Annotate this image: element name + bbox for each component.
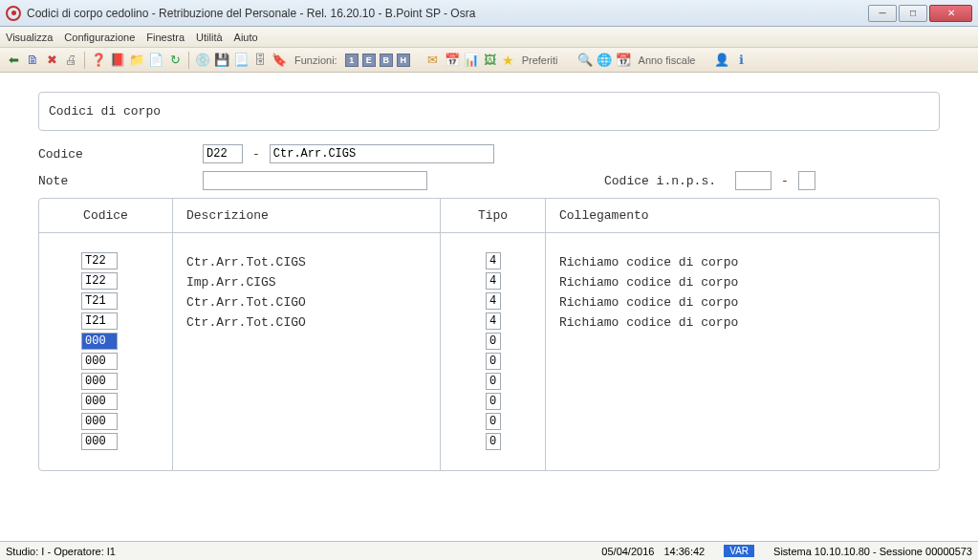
- status-time: 14:36:42: [663, 546, 705, 557]
- fn-f2-icon[interactable]: E: [362, 54, 376, 67]
- grid-col-type: Tipo: [441, 199, 546, 470]
- grid-code-cell[interactable]: [81, 292, 118, 310]
- grid-link-cell: Richiamo codice di corpo: [559, 272, 925, 292]
- status-operator: Studio: I - Operatore: I1: [6, 546, 601, 557]
- statusbar: Studio: I - Operatore: I1 05/04/2016 14:…: [0, 541, 978, 560]
- disk-icon[interactable]: 💿: [195, 53, 210, 68]
- grid-type-cell[interactable]: [486, 333, 501, 350]
- menu-aiuto[interactable]: Aiuto: [234, 32, 258, 43]
- grid-link-cell: Richiamo codice di corpo: [559, 292, 925, 312]
- fiscal-year-label[interactable]: Anno fiscale: [639, 54, 696, 66]
- window-controls: ─ □ ✕: [868, 5, 972, 22]
- grid-type-cell[interactable]: [486, 433, 501, 450]
- grid-code-cell[interactable]: [81, 333, 118, 350]
- search-icon[interactable]: 🔍: [577, 53, 593, 68]
- menu-configurazione[interactable]: Configurazione: [64, 32, 135, 43]
- grid-code-cell[interactable]: [81, 272, 118, 290]
- grid-type-cell[interactable]: [486, 272, 501, 290]
- grid-type-cell[interactable]: [486, 312, 501, 330]
- grid-type-cell[interactable]: [486, 252, 501, 269]
- mail-icon[interactable]: ✉: [425, 53, 441, 68]
- minimize-button[interactable]: ─: [868, 5, 897, 22]
- menubar: Visualizza Configurazione Finestra Utili…: [0, 27, 978, 48]
- chart-icon[interactable]: 📊: [464, 53, 479, 68]
- grid-code-cell[interactable]: [81, 353, 118, 370]
- code-desc-input[interactable]: [270, 144, 494, 163]
- grid-header-code: Codice: [39, 199, 172, 233]
- code-label: Codice: [38, 147, 203, 162]
- grid-link-cell: [559, 353, 925, 373]
- code-input[interactable]: [203, 144, 243, 163]
- fn-f3-icon[interactable]: B: [380, 54, 393, 67]
- status-session: Sistema 10.10.10.80 - Sessione 00000573: [773, 546, 972, 557]
- grid-type-cell[interactable]: [486, 413, 501, 430]
- menu-visualizza[interactable]: Visualizza: [6, 32, 53, 43]
- section-header-frame: Codici di corpo: [38, 92, 940, 131]
- globe-icon[interactable]: 🌐: [597, 53, 612, 68]
- note-input[interactable]: [203, 171, 427, 190]
- user-icon[interactable]: 👤: [714, 53, 729, 68]
- functions-label: Funzioni:: [294, 54, 337, 66]
- disk2-icon[interactable]: 💾: [214, 53, 229, 68]
- inps-suffix-input[interactable]: [798, 171, 815, 190]
- data-grid: Codice Descrizione Ctr.Arr.Tot.CIGSImp.A…: [38, 198, 940, 471]
- content-area: Codici di corpo Codice - Note Codice i.n…: [0, 73, 978, 490]
- grid-desc-cell: Ctr.Arr.Tot.CIGS: [186, 252, 426, 272]
- page-icon[interactable]: 📃: [233, 53, 249, 68]
- window-title: Codici di corpo cedolino - Retribuzione …: [27, 7, 868, 20]
- grid-link-cell: [559, 413, 925, 433]
- delete-icon[interactable]: ✖: [44, 53, 59, 68]
- code-row: Codice -: [38, 144, 940, 163]
- exit-icon[interactable]: ⬅: [6, 53, 21, 68]
- grid-col-link: Collegamento Richiamo codice di corpoRic…: [546, 199, 939, 470]
- document-icon[interactable]: 🗎: [25, 53, 40, 68]
- archive-icon[interactable]: 🗄: [252, 53, 268, 68]
- grid-type-cell[interactable]: [486, 292, 501, 310]
- status-mode-badge: VAR: [724, 545, 754, 557]
- fn-f1-icon[interactable]: 1: [345, 54, 359, 67]
- close-button[interactable]: ✕: [929, 5, 972, 22]
- grid-desc-cell: [186, 353, 426, 373]
- grid-code-cell[interactable]: [81, 373, 118, 390]
- section-title: Codici di corpo: [49, 104, 161, 118]
- grid-link-cell: Richiamo codice di corpo: [559, 252, 925, 272]
- grid-link-cell: [559, 393, 925, 413]
- help-icon[interactable]: ❓: [91, 53, 106, 68]
- calendar2-icon[interactable]: 📆: [616, 53, 631, 68]
- grid-desc-cell: [186, 333, 426, 353]
- maximize-button[interactable]: □: [899, 5, 927, 22]
- grid-code-cell[interactable]: [81, 312, 118, 330]
- app-icon: [6, 6, 21, 21]
- dash-sep: -: [252, 147, 260, 162]
- fn-f4-icon[interactable]: H: [397, 54, 410, 67]
- grid-link-cell: [559, 373, 925, 393]
- print-icon[interactable]: 🖨: [63, 53, 78, 68]
- refresh-icon[interactable]: ↻: [167, 53, 183, 68]
- grid-link-cell: Richiamo codice di corpo: [559, 312, 925, 333]
- favorites-icon[interactable]: ★: [502, 53, 514, 68]
- grid-col-code: Codice: [39, 199, 173, 470]
- image-icon[interactable]: 🖼: [483, 53, 498, 68]
- grid-header-type: Tipo: [441, 199, 545, 233]
- book-icon[interactable]: 📕: [110, 53, 125, 68]
- info-icon[interactable]: ℹ: [733, 53, 749, 68]
- grid-code-cell[interactable]: [81, 252, 118, 269]
- menu-finestra[interactable]: Finestra: [146, 32, 185, 43]
- grid-code-cell[interactable]: [81, 393, 118, 410]
- inps-input[interactable]: [735, 171, 772, 190]
- tag-icon[interactable]: 🔖: [272, 53, 287, 68]
- grid-type-cell[interactable]: [486, 393, 501, 410]
- titlebar: Codici di corpo cedolino - Retribuzione …: [0, 0, 978, 27]
- menu-utilita[interactable]: Utilità: [196, 32, 223, 43]
- grid-code-cell[interactable]: [81, 433, 118, 450]
- grid-code-cell[interactable]: [81, 413, 118, 430]
- grid-type-cell[interactable]: [486, 353, 501, 370]
- grid-type-cell[interactable]: [486, 373, 501, 390]
- inps-label: Codice i.n.p.s.: [604, 174, 716, 188]
- folder-icon[interactable]: 📁: [129, 53, 144, 68]
- copy-icon[interactable]: 📄: [148, 53, 163, 68]
- note-label: Note: [38, 174, 203, 188]
- calendar-icon[interactable]: 📅: [445, 53, 460, 68]
- favorites-label[interactable]: Preferiti: [522, 54, 558, 66]
- grid-desc-cell: Ctr.Arr.Tot.CIGO: [186, 292, 426, 312]
